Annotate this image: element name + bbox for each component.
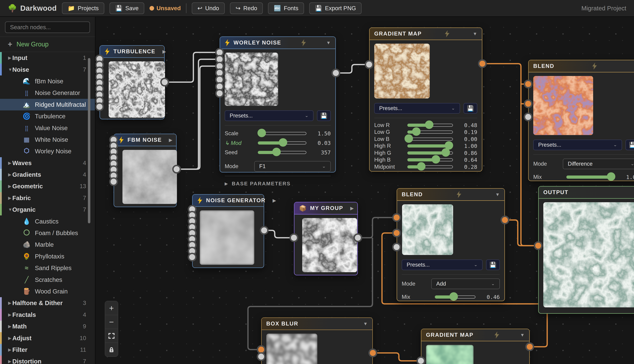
node-header[interactable]: TURBULENCE▶ bbox=[100, 46, 164, 58]
node-worley-noise[interactable]: WORLEY NOISE ▼ Presets...⌄ 💾 bbox=[220, 36, 336, 172]
node-box-blur[interactable]: BOX BLUR▼ bbox=[261, 318, 373, 364]
sidebar-category-filter[interactable]: ▶ Filter 11 bbox=[0, 344, 95, 356]
collapse-down-icon[interactable]: ▼ bbox=[495, 192, 500, 197]
port-gray[interactable] bbox=[290, 233, 298, 242]
slider-thumb[interactable] bbox=[412, 127, 420, 136]
sidebar-item-noise-generator[interactable]: ⣿ Noise Generator bbox=[0, 87, 95, 99]
undo-button[interactable]: ↩ Undo bbox=[192, 2, 225, 14]
mode-dropdown[interactable]: Difference⌄ bbox=[563, 158, 634, 169]
sidebar-category-fabric[interactable]: ▶ Fabric 7 bbox=[0, 192, 95, 204]
sidebar-item-scratches[interactable]: ╱ Scratches bbox=[0, 274, 95, 286]
node-header[interactable]: 📦MY GROUP▶ bbox=[294, 202, 357, 214]
sidebar-item-marble[interactable]: 🪨 Marble bbox=[0, 239, 95, 250]
port-gray[interactable] bbox=[188, 253, 196, 262]
sidebar-item-caustics[interactable]: 💧 Caustics bbox=[0, 216, 95, 227]
slider-thumb[interactable] bbox=[404, 134, 413, 143]
sidebar-item-worley-noise[interactable]: Worley Noise bbox=[0, 146, 95, 157]
presets-dropdown[interactable]: Presets...⌄ bbox=[402, 260, 483, 270]
node-header[interactable]: BLEND ▼ bbox=[529, 60, 634, 72]
port-gray[interactable] bbox=[215, 89, 224, 98]
node-header[interactable]: WORLEY NOISE ▼ bbox=[220, 37, 335, 49]
collapse-right-icon[interactable]: ▶ bbox=[162, 49, 166, 54]
sidebar-category-input[interactable]: ▶ Input 1 bbox=[0, 52, 95, 64]
wire[interactable] bbox=[336, 64, 369, 73]
port-gray[interactable] bbox=[109, 177, 118, 186]
wire[interactable] bbox=[177, 59, 220, 169]
slider-track-high-r[interactable] bbox=[407, 144, 453, 148]
slider-thumb[interactable] bbox=[442, 148, 450, 157]
port-gray[interactable] bbox=[524, 112, 533, 121]
port-gray[interactable] bbox=[365, 60, 373, 69]
slider-thumb[interactable] bbox=[279, 138, 287, 147]
mode-dropdown[interactable]: F1⌄ bbox=[254, 161, 331, 172]
sidebar-category-fractals[interactable]: ▶ Fractals 4 bbox=[0, 309, 95, 320]
sidebar-category-noise[interactable]: ▼ Noise 7 bbox=[0, 64, 95, 75]
slider-track-high-b[interactable] bbox=[407, 158, 453, 162]
sidebar-item-value-noise[interactable]: ⣿ Value Noise bbox=[0, 122, 95, 134]
collapse-down-icon[interactable]: ▼ bbox=[520, 332, 525, 338]
slider-thumb[interactable] bbox=[425, 120, 434, 129]
node-output[interactable]: OUTPUT bbox=[538, 186, 634, 314]
collapse-right-icon[interactable]: ▶ bbox=[350, 206, 354, 211]
export-png-button[interactable]: 💾 Export PNG bbox=[309, 2, 362, 14]
slider-thumb[interactable] bbox=[417, 162, 426, 170]
redo-button[interactable]: ↪ Redo bbox=[230, 2, 263, 14]
mode-dropdown[interactable]: Add⌄ bbox=[431, 278, 500, 289]
port-orange[interactable] bbox=[392, 228, 401, 238]
wire[interactable] bbox=[165, 52, 220, 82]
port-orange[interactable] bbox=[534, 241, 543, 250]
save-preset-button[interactable]: 💾 bbox=[317, 110, 331, 121]
node-header[interactable]: FBM NOISE▶ bbox=[114, 134, 176, 146]
wire[interactable] bbox=[373, 353, 421, 361]
port-gray[interactable] bbox=[331, 68, 340, 77]
slider-thumb[interactable] bbox=[607, 172, 615, 181]
sidebar-item-fbm-noise[interactable]: 🌊 fBm Noise bbox=[0, 76, 95, 87]
collapse-right-icon[interactable]: ▶ bbox=[169, 137, 172, 143]
base-parameters-section[interactable]: ▶ BASE PARAMETERS bbox=[225, 176, 331, 186]
port-orange[interactable] bbox=[525, 342, 534, 351]
sidebar-category-organic[interactable]: ▼ Organic 7 bbox=[0, 204, 95, 216]
port-orange[interactable] bbox=[524, 80, 533, 88]
slider-track-low-g[interactable] bbox=[407, 130, 453, 134]
zoom-out-button[interactable]: − bbox=[105, 315, 118, 329]
save-button[interactable]: 💾 Save bbox=[110, 2, 144, 14]
collapse-right-icon[interactable]: ▶ bbox=[273, 198, 276, 203]
port-gray[interactable] bbox=[353, 233, 362, 242]
slider-track-mix[interactable] bbox=[435, 296, 476, 298]
slider-track-midpoint[interactable] bbox=[407, 165, 453, 168]
port-orange[interactable] bbox=[478, 59, 487, 68]
collapse-down-icon[interactable]: ▼ bbox=[473, 31, 477, 36]
node-noise-generator[interactable]: NOISE GENERATOR▶ bbox=[192, 194, 264, 268]
sidebar-category-gradients[interactable]: ▶ Gradients 4 bbox=[0, 169, 95, 180]
presets-dropdown[interactable]: Presets...⌄ bbox=[225, 110, 313, 121]
wire[interactable] bbox=[358, 218, 397, 238]
port-gray[interactable] bbox=[416, 356, 425, 364]
lock-view-button[interactable] bbox=[105, 343, 118, 356]
sidebar-category-waves[interactable]: ▶ Waves 4 bbox=[0, 157, 95, 169]
sidebar-item-white-noise[interactable]: ▦ White Noise bbox=[0, 134, 95, 146]
fit-view-button[interactable] bbox=[105, 329, 118, 343]
node-gradient-map[interactable]: GRADIENT MAP ▼ Presets...⌄ 💾 bbox=[369, 28, 482, 172]
slider-thumb[interactable] bbox=[258, 129, 266, 137]
slider-track-mod[interactable] bbox=[258, 142, 306, 144]
collapse-down-icon[interactable]: ▼ bbox=[363, 321, 368, 326]
node-header[interactable]: BLEND ▼ bbox=[397, 189, 504, 201]
slider-thumb[interactable] bbox=[272, 148, 281, 156]
node-blend-middle[interactable]: BLEND ▼ Presets...⌄ 💾 bbox=[397, 188, 505, 301]
sidebar-item-ridged-multifractal[interactable]: 🏔️ Ridged Multifractal bbox=[0, 99, 95, 110]
slider-track-scale[interactable] bbox=[258, 132, 306, 135]
port-gray[interactable] bbox=[260, 226, 269, 235]
port-gray[interactable] bbox=[172, 165, 181, 174]
slider-thumb[interactable] bbox=[432, 155, 440, 164]
sidebar-item-foam-bubbles[interactable]: Foam / Bubbles bbox=[0, 227, 95, 239]
port-orange[interactable] bbox=[501, 216, 509, 224]
sidebar-item-wood-grain[interactable]: 🪵 Wood Grain bbox=[0, 286, 95, 297]
sidebar-item-phyllotaxis[interactable]: 🌻 Phyllotaxis bbox=[0, 250, 95, 262]
collapse-down-icon[interactable]: ▼ bbox=[326, 40, 331, 46]
sidebar-item-turbulence[interactable]: 🌀 Turbulence bbox=[0, 110, 95, 122]
sidebar-category-distortion[interactable]: ▶ Distortion 7 bbox=[0, 356, 95, 364]
slider-track-seed[interactable] bbox=[258, 151, 306, 154]
node-header[interactable]: NOISE GENERATOR▶ bbox=[193, 195, 264, 207]
slider-track-mix[interactable] bbox=[566, 176, 615, 179]
node-my-group[interactable]: 📦MY GROUP▶ bbox=[294, 202, 358, 275]
